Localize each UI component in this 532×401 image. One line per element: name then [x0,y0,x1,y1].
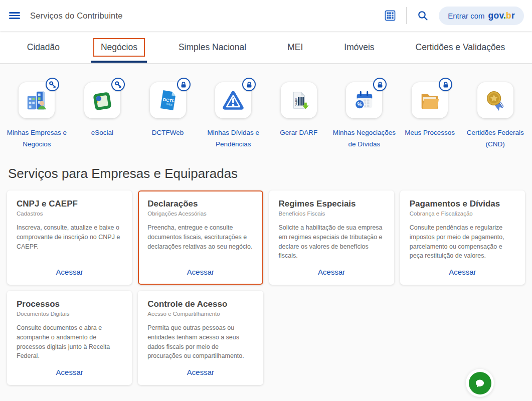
section-title: Serviços para Empresas e Equiparadas [8,166,532,181]
esocial-icon [91,89,114,112]
lock-badge-icon [177,78,191,91]
service-card-regimes-especiais: Regimes Especiais Benefícios Fiscais Sol… [269,190,394,285]
card-subtitle: Cadastros [17,211,122,217]
acessar-link[interactable]: Acessar [8,268,131,276]
card-description: Consulte documentos e abra e acompanhe o… [17,323,122,361]
meus-processos-tile[interactable] [412,82,448,118]
tab-simples-nacional[interactable]: Simples Nacional [171,38,254,57]
tab-negocios[interactable]: Negócios [93,38,145,57]
quick-item-label[interactable]: Minhas Empresas e Negócios [4,127,70,150]
quick-access-row: Minhas Empresas e Negócios eSocial [0,64,532,150]
quick-item-esocial[interactable]: eSocial [70,82,135,138]
quick-item-minhas-empresas[interactable]: Minhas Empresas e Negócios [4,82,70,150]
quick-item-meus-processos[interactable]: Meus Processos [397,82,463,138]
card-description: Consulte pendências e regularize imposto… [410,223,515,261]
card-title: Controle de Acesso [147,299,253,309]
card-title: Processos [17,299,122,309]
buildings-icon [25,89,48,112]
service-card-processos: Processos Documentos Digitais Consulte d… [7,291,132,385]
acessar-link[interactable]: Acessar [401,268,524,276]
card-title: Pagamentos e Dívidas [410,199,515,209]
top-header: Serviços do Contribuinte Entrar com gov.… [0,0,532,31]
card-title: Regimes Especiais [279,199,385,209]
quick-item-label[interactable]: Gerar DARF [280,127,317,138]
quick-item-negociacoes[interactable]: % Minhas Negociações de Dívidas [331,82,397,150]
card-subtitle: Obrigações Acessórias [147,211,253,217]
card-title: Declarações [147,199,253,209]
quick-item-label[interactable]: Minhas Dívidas e Pendências [201,127,266,150]
quick-item-label[interactable]: eSocial [91,127,113,138]
service-card-pagamentos-dividas: Pagamentos e Dívidas Cobrança e Fiscaliz… [400,190,525,285]
quick-item-minhas-dividas[interactable]: Minhas Dívidas e Pendências [201,82,266,150]
chat-bubble-icon [469,372,491,394]
card-description: Inscreva, consulte, atualize e baixe o c… [17,223,122,251]
warning-triangle-icon [222,89,245,112]
services-card-grid: CNPJ e CAEPF Cadastros Inscreva, consult… [0,190,532,385]
apps-grid-icon[interactable] [381,7,399,25]
negociacoes-tile[interactable]: % [346,82,382,118]
dctf-document-icon: DCTF WEB [156,89,180,112]
acessar-link[interactable]: Acessar [139,368,262,376]
minhas-dividas-tile[interactable] [215,82,251,118]
govbr-logo: gov.br [488,11,515,21]
card-subtitle: Documentos Digitais [17,311,122,317]
card-title: CNPJ e CAEPF [17,199,122,209]
quick-item-label[interactable]: DCTFWeb [152,127,184,138]
minhas-empresas-tile[interactable] [19,82,55,118]
chat-button[interactable] [466,369,494,397]
search-icon[interactable] [414,7,432,25]
calendar-percent-icon: % [352,89,376,112]
darf-barcode-icon: DARF [287,89,310,112]
category-tabs: Cidadão Negócios Simples Nacional MEI Im… [0,31,532,64]
certidoes-tile[interactable] [477,82,513,118]
card-subtitle: Benefícios Fiscais [279,211,385,217]
login-govbr-button[interactable]: Entrar com gov.br [439,7,524,25]
key-badge-icon [46,78,59,91]
acessar-link[interactable]: Acessar [139,268,262,276]
gerar-darf-tile[interactable]: DARF [281,82,317,118]
quick-item-gerar-darf[interactable]: DARF Gerar DARF [266,82,332,138]
header-divider [406,7,407,24]
card-description: Solicite a habilitação de sua empresa em… [279,223,385,261]
tab-mei[interactable]: MEI [280,38,310,57]
quick-item-dctfweb[interactable]: DCTF WEB DCTFWeb [135,82,201,138]
tab-certidoes-validacoes[interactable]: Certidões e Validações [408,38,513,57]
service-card-controle-acesso: Controle de Acesso Acesso e Compartilham… [138,291,263,385]
quick-item-label[interactable]: Minhas Negociações de Dívidas [331,127,397,150]
tab-cidadao[interactable]: Cidadão [20,38,67,57]
key-badge-icon [111,78,125,91]
service-card-cnpj-caepf: CNPJ e CAEPF Cadastros Inscreva, consult… [7,190,132,285]
acessar-link[interactable]: Acessar [8,368,131,376]
lock-badge-icon [439,78,452,91]
tab-imoveis[interactable]: Imóveis [336,38,382,57]
login-label: Entrar com [448,12,484,20]
quick-item-certidoes[interactable]: Certidões Federais (CND) [462,82,528,150]
svg-text:%: % [358,101,363,107]
dctfweb-tile[interactable]: DCTF WEB [150,82,186,118]
lock-badge-icon [373,78,387,91]
svg-text:DARF: DARF [294,98,298,106]
acessar-link[interactable]: Acessar [270,268,393,276]
card-description: Permita que outras pessoas ou entidades … [147,323,253,361]
medal-icon [484,89,507,112]
quick-item-label[interactable]: Certidões Federais (CND) [462,127,528,150]
card-description: Preencha, entregue e consulte documentos… [147,223,253,251]
quick-item-label[interactable]: Meus Processos [405,127,455,138]
service-card-declaracoes: Declarações Obrigações Acessórias Preenc… [138,190,263,285]
page-title: Serviços do Contribuinte [30,11,123,21]
lock-badge-icon [242,78,256,91]
menu-icon[interactable] [9,10,20,21]
folder-icon [418,89,441,112]
card-subtitle: Cobrança e Fiscalização [410,211,515,217]
esocial-tile[interactable] [84,82,120,118]
card-subtitle: Acesso e Compartilhamento [147,311,253,317]
